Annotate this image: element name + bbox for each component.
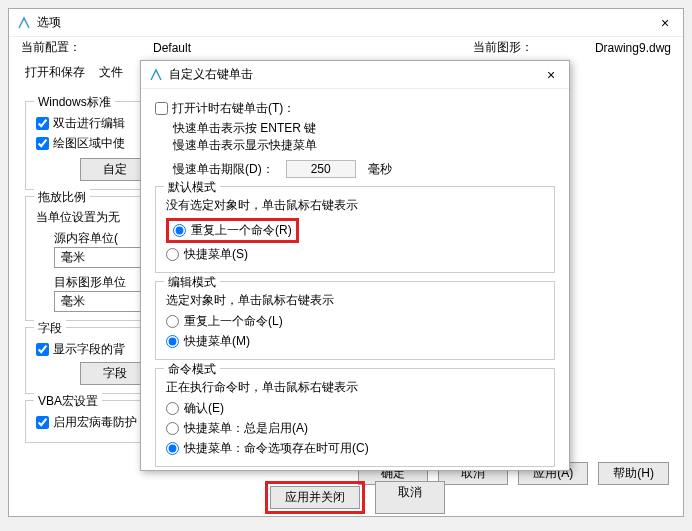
rclick-title: 自定义右键单击 — [169, 66, 541, 83]
btn-sub-cancel[interactable]: 取消 — [375, 481, 445, 514]
timer-lim-unit: 毫秒 — [368, 161, 392, 178]
rclick-footer: 应用并关闭 取消 — [155, 475, 555, 520]
cur-drawing-label: 当前图形： — [473, 39, 533, 56]
options-titlebar: 选项 × — [9, 9, 683, 37]
default-mode-desc: 没有选定对象时，单击鼠标右键表示 — [166, 197, 544, 214]
close-icon[interactable]: × — [655, 15, 675, 31]
group-cmd-mode: 命令模式 正在执行命令时，单击鼠标右键表示 确认(E) 快捷菜单：总是启用(A)… — [155, 368, 555, 467]
cmd-mode-desc: 正在执行命令时，单击鼠标右键表示 — [166, 379, 544, 396]
highlight-apply-close: 应用并关闭 — [265, 481, 365, 514]
btn-apply-close[interactable]: 应用并关闭 — [270, 486, 360, 509]
tgt-unit-select[interactable]: 毫米 — [54, 291, 154, 312]
default-mode-title: 默认模式 — [164, 179, 220, 196]
options-title: 选项 — [37, 14, 655, 31]
group-field-title: 字段 — [34, 320, 66, 337]
tab-open-save[interactable]: 打开和保存 — [21, 62, 89, 83]
chk-timer-rclick[interactable]: 打开计时右键单击(T)： — [155, 100, 555, 117]
app-icon — [149, 68, 163, 82]
timer-l2: 慢速单击表示显示快捷菜单 — [173, 137, 555, 154]
group-windows-std-title: Windows标准 — [34, 94, 115, 111]
timer-l1: 快速单击表示按 ENTER 键 — [173, 120, 555, 137]
group-default-mode: 默认模式 没有选定对象时，单击鼠标右键表示 重复上一个命令(R) 快捷菜单(S) — [155, 186, 555, 273]
cur-config-label: 当前配置： — [21, 39, 81, 56]
rclick-body: 打开计时右键单击(T)： 快速单击表示按 ENTER 键 慢速单击表示显示快捷菜… — [141, 89, 569, 528]
chk-draw-area[interactable]: 绘图区域中使 — [36, 135, 150, 152]
chk-dblclick-edit[interactable]: 双击进行编辑 — [36, 115, 150, 132]
chk-virus-protect[interactable]: 启用宏病毒防护 — [36, 414, 150, 431]
cmd-mode-title: 命令模式 — [164, 361, 220, 378]
radio-cmd-confirm[interactable]: 确认(E) — [166, 400, 544, 417]
edit-mode-desc: 选定对象时，单击鼠标右键表示 — [166, 292, 544, 309]
rclick-dialog: 自定义右键单击 × 打开计时右键单击(T)： 快速单击表示按 ENTER 键 慢… — [140, 60, 570, 471]
timer-lim-input[interactable]: 250 — [286, 160, 356, 178]
chk-field-bg[interactable]: 显示字段的背 — [36, 341, 150, 358]
config-row: 当前配置： Default 当前图形： Drawing9.dwg — [9, 37, 683, 58]
radio-def-shortcut[interactable]: 快捷菜单(S) — [166, 246, 544, 263]
group-edit-mode: 编辑模式 选定对象时，单击鼠标右键表示 重复上一个命令(L) 快捷菜单(M) — [155, 281, 555, 360]
src-unit-select[interactable]: 毫米 — [54, 247, 154, 268]
src-unit-label: 源内容单位( — [54, 230, 150, 247]
group-vba-title: VBA宏设置 — [34, 393, 102, 410]
radio-cmd-always[interactable]: 快捷菜单：总是启用(A) — [166, 420, 544, 437]
btn-help[interactable]: 帮助(H) — [598, 462, 669, 485]
highlight-repeat-cmd: 重复上一个命令(R) — [166, 218, 299, 243]
edit-mode-title: 编辑模式 — [164, 274, 220, 291]
cur-config-value: Default — [153, 41, 191, 55]
tab-file[interactable]: 文件 — [95, 62, 127, 83]
app-icon — [17, 16, 31, 30]
radio-cmd-options[interactable]: 快捷菜单：命令选项存在时可用(C) — [166, 440, 544, 457]
rclick-titlebar: 自定义右键单击 × — [141, 61, 569, 89]
tgt-unit-label: 目标图形单位 — [54, 274, 150, 291]
scale-sub: 当单位设置为无 — [36, 209, 150, 226]
radio-edit-repeat[interactable]: 重复上一个命令(L) — [166, 313, 544, 330]
cur-drawing-value: Drawing9.dwg — [595, 41, 671, 55]
close-icon[interactable]: × — [541, 67, 561, 83]
group-scale-title: 拖放比例 — [34, 189, 90, 206]
radio-def-repeat[interactable]: 重复上一个命令(R) — [173, 222, 292, 239]
timer-lim-label: 慢速单击期限(D)： — [173, 161, 274, 178]
radio-edit-shortcut[interactable]: 快捷菜单(M) — [166, 333, 544, 350]
